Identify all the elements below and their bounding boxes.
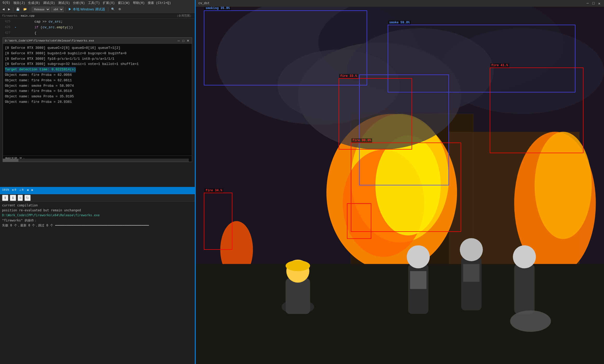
output-btn-1[interactable]: ⬆ (2, 195, 8, 201)
line-content-427: { (18, 31, 36, 35)
line-number-427: 427 (0, 31, 13, 35)
fire-image-container: smoking 35.9% smoke 59.0% fire 33.% fire… (196, 7, 604, 364)
output-btn-2[interactable]: ⬇ (10, 195, 16, 201)
output-content[interactable]: current compilation position re-evaluate… (0, 201, 195, 364)
toolbar-extra-2[interactable]: ⚙ (117, 7, 122, 11)
svg-point-18 (277, 50, 400, 121)
console-obj-3: Object name: smoke Proba = 58.9974 (5, 83, 190, 89)
toolbar-btn-back[interactable]: ◀ (1, 7, 6, 11)
output-line-3: D:\Work_Code\CPP\fireworks\x64\Release\f… (2, 213, 193, 218)
path-sep-1: › (18, 14, 20, 17)
output-line-1: current compilation (2, 203, 193, 208)
output-btn-4[interactable]: ↻ (24, 195, 31, 201)
svg-rect-30 (514, 264, 535, 314)
console-close-btn[interactable]: ✕ (186, 39, 190, 43)
menu-search[interactable]: 搜索 (Ctrl+Q) (146, 0, 172, 6)
menu-window[interactable]: 窗口(W) (116, 0, 131, 6)
console-obj-1: Object name: fire Proba = 82.0066 (5, 72, 190, 78)
output-toolbar: ⬆ ⬇ ≡ ↻ (0, 194, 195, 201)
console-gpu-line-1: [0 GeForce RTX 3080] queueC=2[8] queueG=… (5, 45, 190, 51)
console-obj-2: Object name: fire Proba = 62.0611 (5, 78, 190, 83)
cv-close-btn[interactable]: ✕ (597, 1, 601, 6)
status-nav-next[interactable]: ▶ (32, 188, 33, 192)
menu-tools[interactable]: 工具(T) (86, 0, 102, 6)
output-line-4: "fireworks" 的操作： (2, 218, 193, 223)
menu-extend[interactable]: 扩展(X) (101, 0, 116, 6)
svg-point-23 (286, 260, 310, 271)
cv-window-buttons: ─ □ ✕ (586, 1, 601, 6)
menu-test[interactable]: 测试(S) (57, 0, 72, 6)
editor-line-425: 425 cap >> cv_src; (0, 19, 195, 24)
menu-debug[interactable]: 调试(D) (42, 0, 57, 6)
zoom-value: 191% (2, 188, 9, 191)
svg-rect-29 (463, 264, 480, 282)
cv-restore-btn[interactable]: □ (591, 1, 595, 6)
output-btn-3[interactable]: ≡ (18, 195, 23, 201)
path-seg-2: main.cpp (21, 14, 35, 17)
console-obj-6: Object name: fire Proba = 28.9381 (5, 99, 190, 105)
error-icon: ⊗ (12, 188, 14, 192)
status-bar: 191% ⊗ 0 ⚠ 6 ◀ ▶ (0, 187, 195, 193)
line-number-425: 425 (0, 20, 13, 23)
svg-rect-21 (286, 278, 310, 314)
svg-point-14 (535, 132, 592, 239)
platform-dropdown[interactable]: x64 x86 (51, 7, 64, 12)
cv-window: cv_dst ─ □ ✕ (196, 0, 604, 364)
toolbar-extra-1[interactable]: 🔍 (110, 7, 116, 11)
separator-3 (65, 7, 65, 11)
toolbar-btn-fwd[interactable]: ▶ (7, 7, 11, 11)
svg-point-25 (407, 245, 430, 268)
map-label: （全局范围） (176, 14, 193, 18)
menu-bar: G(G) 项目(J) 生成(B) 调试(D) 测试(S) 分析(N) 工具(T)… (0, 0, 195, 6)
menu-analyze[interactable]: 分析(N) (71, 0, 86, 6)
line-number-426: 426 (0, 25, 13, 29)
warning-count: 6 (22, 188, 24, 191)
status-warnings[interactable]: ⚠ 6 (19, 188, 24, 192)
svg-point-28 (460, 238, 483, 261)
cv-title-text: cv_dst (198, 2, 210, 5)
run-button[interactable]: ▶ 本地 Windows 调试器 (67, 6, 106, 12)
path-seg-1: fireworks (2, 14, 17, 17)
svg-point-32 (510, 311, 551, 332)
status-errors[interactable]: ⊗ 0 (12, 188, 16, 192)
menu-help[interactable]: 帮助(H) (131, 0, 146, 6)
console-window-buttons: ─ □ ✕ (177, 39, 190, 43)
console-gpu-line-2: [0 GeForce RTX 3080] bugsbn1=0 bugbilz=0… (5, 51, 190, 56)
separator-2 (30, 7, 30, 11)
error-count: 0 (15, 188, 16, 191)
svg-rect-26 (410, 271, 426, 289)
output-line-5: 失败 0 个，最新 0 个，跳过 0 个 ━━━━━━━━━━━━━━━━━━━… (2, 223, 193, 228)
console-window: D:\Work_Code\CPP\fireworks\x64\Release\f… (3, 37, 192, 162)
console-gpu-line-4: [0 GeForce RTX 3080] subgroup=32 basic=1… (5, 62, 190, 67)
separator-4 (108, 7, 108, 11)
status-zoom[interactable]: 191% (2, 188, 9, 191)
build-config-dropdown[interactable]: Release Debug (32, 7, 50, 12)
line-content-426: if (cv_src.empty()) (18, 25, 73, 29)
cv-minimize-btn[interactable]: ─ (586, 1, 590, 6)
toolbar-btn-open[interactable]: 📂 (22, 7, 28, 11)
output-panel: ⬆ ⬇ ≡ ↻ current compilation position re-… (0, 194, 195, 364)
console-minimize-btn[interactable]: ─ (177, 39, 180, 43)
editor-line-427: 427 { (0, 30, 195, 36)
output-line-2: position re-evaluated but remain unchang… (2, 208, 193, 213)
console-detection-time: Target detection time: 0.0221014(s) (5, 67, 190, 72)
console-title: D:\Work_Code\CPP\fireworks\x64\Release\f… (5, 39, 94, 42)
line-content-425: cap >> cv_src; (18, 20, 63, 24)
menu-g[interactable]: G(G) (1, 1, 12, 5)
console-titlebar: D:\Work_Code\CPP\fireworks\x64\Release\f… (3, 38, 192, 44)
warning-icon: ⚠ (19, 188, 21, 192)
separator-1 (13, 7, 13, 11)
console-scrollbar-h[interactable] (3, 159, 189, 162)
path-bar: fireworks › main.cpp （全局范围） (0, 13, 195, 19)
status-nav-prev[interactable]: ◀ (27, 188, 29, 192)
fire-scene-svg (196, 7, 604, 364)
console-scrollbar-thumb[interactable] (3, 159, 18, 162)
panel-splitter[interactable] (195, 0, 196, 364)
toolbar-btn-save[interactable]: 💾 (15, 7, 21, 11)
console-restore-btn[interactable]: □ (182, 39, 185, 43)
console-content[interactable]: [0 GeForce RTX 3080] queueC=2[8] queueG=… (3, 44, 192, 156)
line-gutter-426: ▸ (13, 26, 18, 29)
editor-line-426: 426 ▸ if (cv_src.empty()) (0, 24, 195, 30)
menu-project[interactable]: 项目(J) (12, 0, 27, 6)
menu-build[interactable]: 生成(B) (26, 0, 42, 6)
